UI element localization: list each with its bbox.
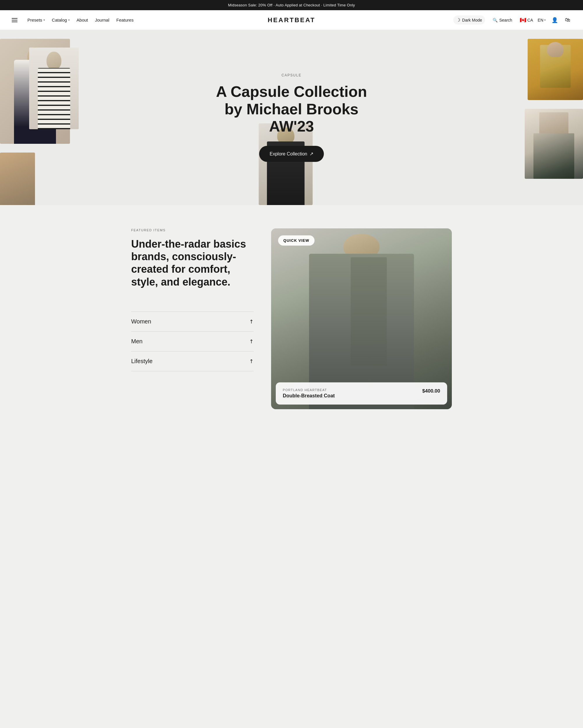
moon-icon: ☽ bbox=[456, 17, 460, 23]
hero-content: CAPSULE A Capsule Collection by Michael … bbox=[216, 73, 367, 162]
dark-mode-toggle[interactable]: ☽ Dark Mode bbox=[453, 16, 485, 25]
arrow-icon: ↗ bbox=[248, 357, 255, 365]
arrow-icon: ↗ bbox=[248, 337, 255, 345]
category-item-women[interactable]: Women ↗ bbox=[131, 312, 254, 332]
product-image: QUICK VIEW bbox=[271, 228, 452, 409]
category-list: Women ↗ Men ↗ Lifestyle ↗ bbox=[131, 312, 254, 371]
product-card: QUICK VIEW PORTLAND HEARTBEAT Double-Bre… bbox=[271, 228, 452, 409]
hero-image-striped bbox=[29, 48, 79, 129]
nav-item-presets[interactable]: Presets ▾ bbox=[25, 16, 48, 24]
category-item-men[interactable]: Men ↗ bbox=[131, 332, 254, 352]
site-logo[interactable]: HEARTBEAT bbox=[268, 16, 315, 24]
product-details: PORTLAND HEARTBEAT Double-Breasted Coat bbox=[283, 388, 335, 399]
lang-label: EN bbox=[538, 18, 543, 23]
search-button[interactable]: 🔍 Search bbox=[490, 16, 515, 24]
flag-icon: 🇨🇦 bbox=[520, 17, 526, 23]
header: Presets ▾ Catalog ▾ About Journal Featur… bbox=[0, 10, 583, 30]
language-selector[interactable]: EN ▾ bbox=[538, 18, 546, 23]
search-label: Search bbox=[499, 18, 512, 23]
nav-item-features[interactable]: Features bbox=[113, 16, 136, 24]
quick-view-button[interactable]: QUICK VIEW bbox=[278, 235, 314, 245]
nav-item-catalog[interactable]: Catalog ▾ bbox=[49, 16, 73, 24]
category-item-lifestyle[interactable]: Lifestyle ↗ bbox=[131, 352, 254, 371]
hero-label: CAPSULE bbox=[216, 73, 367, 77]
dark-mode-label: Dark Mode bbox=[462, 18, 482, 23]
chevron-down-icon: ▾ bbox=[544, 18, 546, 22]
product-info: PORTLAND HEARTBEAT Double-Breasted Coat … bbox=[276, 382, 447, 405]
header-right: ☽ Dark Mode 🔍 Search 🇨🇦 CA EN ▾ 👤 🛍 bbox=[453, 16, 571, 25]
featured-right: QUICK VIEW PORTLAND HEARTBEAT Double-Bre… bbox=[271, 228, 452, 409]
hero-section: CAPSULE A Capsule Collection by Michael … bbox=[0, 30, 583, 205]
nav-item-about[interactable]: About bbox=[74, 16, 91, 24]
hero-title: A Capsule Collection by Michael Brooks A… bbox=[216, 83, 367, 135]
menu-icon[interactable] bbox=[12, 18, 18, 22]
region-selector[interactable]: 🇨🇦 CA bbox=[520, 17, 533, 23]
hero-image-bottom-left bbox=[0, 153, 35, 205]
hero-image-top-right bbox=[528, 39, 583, 100]
chevron-down-icon: ▾ bbox=[44, 18, 45, 22]
header-left: Presets ▾ Catalog ▾ About Journal Featur… bbox=[12, 16, 136, 24]
cart-icon[interactable]: 🛍 bbox=[564, 16, 571, 24]
announcement-bar: Midseason Sale: 20% Off · Auto Applied a… bbox=[0, 0, 583, 10]
hero-image-mid-right bbox=[525, 109, 583, 179]
region-label: CA bbox=[527, 18, 533, 23]
featured-section: FEATURED ITEMS Under-the-radar basics br… bbox=[0, 205, 583, 433]
product-price: $400.00 bbox=[422, 388, 440, 394]
search-icon: 🔍 bbox=[493, 18, 498, 23]
explore-collection-button[interactable]: Explore Collection ↗ bbox=[259, 146, 324, 162]
product-brand: PORTLAND HEARTBEAT bbox=[283, 388, 335, 392]
chevron-down-icon: ▾ bbox=[68, 18, 70, 22]
nav-item-journal[interactable]: Journal bbox=[92, 16, 112, 24]
main-nav: Presets ▾ Catalog ▾ About Journal Featur… bbox=[25, 16, 136, 24]
featured-title: Under-the-radar basics brands, conscious… bbox=[131, 238, 254, 288]
product-name[interactable]: Double-Breasted Coat bbox=[283, 393, 335, 399]
featured-label: FEATURED ITEMS bbox=[131, 228, 254, 232]
featured-left: FEATURED ITEMS Under-the-radar basics br… bbox=[131, 228, 254, 371]
announcement-text: Midseason Sale: 20% Off · Auto Applied a… bbox=[228, 3, 355, 7]
arrow-icon: ↗ bbox=[310, 151, 313, 157]
account-icon[interactable]: 👤 bbox=[550, 16, 559, 25]
arrow-icon: ↗ bbox=[248, 318, 255, 325]
